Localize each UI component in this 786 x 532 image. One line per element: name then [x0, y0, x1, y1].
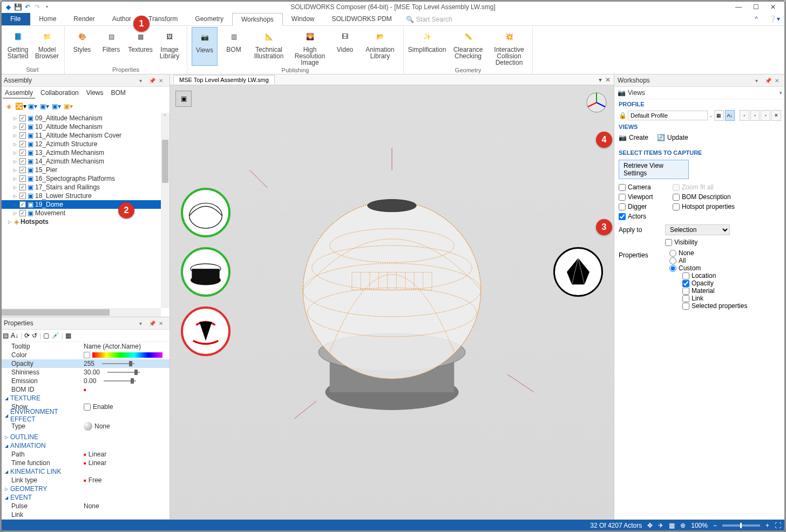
bomdesc-checkbox[interactable]: BOM Description: [673, 193, 781, 201]
tab-views[interactable]: Views: [84, 88, 106, 99]
viewport-tool-icon[interactable]: ▣: [175, 91, 192, 107]
tree-row[interactable]: ▷ ✓ ▣ 14_Azimuth Mechanism: [1, 157, 170, 166]
visibility-checkbox[interactable]: ✓: [19, 149, 26, 156]
ws-pin-icon[interactable]: 📌: [765, 78, 773, 84]
search-box[interactable]: 🔍 Start Search: [406, 13, 452, 25]
assembly-tree[interactable]: ▷ ✓ ▣ 09_Altitude Mechanism▷ ✓ ▣ 10_Alti…: [1, 113, 170, 317]
expand-icon[interactable]: ▷: [13, 185, 18, 190]
props-options-icon[interactable]: ▾: [139, 320, 147, 326]
color-spectrum[interactable]: [92, 352, 162, 358]
visibility-checkbox[interactable]: ✓: [19, 175, 26, 182]
visibility-checkbox[interactable]: Visibility: [665, 238, 781, 246]
redo-icon[interactable]: ↷: [33, 3, 42, 11]
digger-checkbox[interactable]: Digger: [619, 203, 667, 210]
refresh-icon[interactable]: ⟳: [24, 332, 30, 339]
visibility-checkbox[interactable]: ✓: [19, 158, 26, 165]
status-zoom[interactable]: 100%: [691, 522, 708, 529]
expand-icon[interactable]: ▷: [13, 116, 18, 121]
cat-icon[interactable]: ▤: [3, 332, 9, 339]
material-checkbox[interactable]: Material: [669, 287, 781, 295]
expand-icon[interactable]: ▷: [13, 159, 18, 164]
high-res-image-button[interactable]: 🌄High Resolution Image: [291, 27, 329, 66]
bom-button[interactable]: ▥BOM: [221, 27, 247, 66]
viewport-checkbox[interactable]: Viewport: [619, 193, 667, 201]
tree-row[interactable]: ▷ ✓ ▣ 17_Stairs and Railings: [1, 183, 170, 192]
selprops-checkbox[interactable]: Selected properties: [669, 302, 781, 310]
visibility-checkbox[interactable]: ✓: [19, 210, 26, 216]
expand-icon[interactable]: ▷: [13, 176, 18, 181]
profile-input[interactable]: [628, 111, 708, 120]
view-thumb-structure[interactable]: [553, 247, 603, 297]
radio-custom[interactable]: Custom: [669, 264, 781, 272]
applyto-select[interactable]: Selection: [665, 224, 730, 235]
tree-row[interactable]: ▷ ✓ ▣ 10_Altitude Mechanism: [1, 122, 170, 131]
visibility-checkbox[interactable]: ✓: [19, 115, 26, 121]
getting-started-button[interactable]: 📘Getting Started: [5, 27, 31, 65]
help-icon[interactable]: ❔▾: [763, 13, 785, 25]
expand-icon[interactable]: ▷: [13, 142, 18, 147]
zoom-slider[interactable]: [722, 524, 760, 527]
expand-icon[interactable]: ▷: [8, 220, 12, 224]
status-fit-icon[interactable]: ⛶: [775, 522, 781, 529]
tree-row[interactable]: ▷ ✓ ▣ 09_Altitude Mechanism: [1, 114, 170, 122]
model-browser-button[interactable]: 📁Model Browser: [34, 27, 60, 65]
panel-options-icon[interactable]: ▾: [139, 78, 147, 84]
status-zoomout-icon[interactable]: −: [713, 522, 717, 529]
clearance-checking-button[interactable]: 📏Clearance Checking: [449, 27, 487, 66]
profile-sort-icon[interactable]: A↓: [725, 110, 735, 121]
profile-save-icon[interactable]: ▫: [761, 110, 770, 121]
3d-viewport[interactable]: ▣: [170, 85, 614, 531]
eyedrop-icon[interactable]: 💉: [51, 332, 59, 339]
tree-row[interactable]: ▷ ✓ ▣ 11_Altitude Mechanism Cover: [1, 131, 170, 140]
expand-icon[interactable]: ▷: [13, 151, 18, 155]
radio-none[interactable]: None: [669, 249, 781, 257]
location-checkbox[interactable]: Location: [669, 272, 781, 279]
ws-options-icon[interactable]: ▾: [755, 78, 763, 84]
doc-tab[interactable]: MSE Top Level Assembly LW.smg: [173, 75, 275, 84]
view-thumb-dome[interactable]: [181, 188, 231, 237]
hotspot-checkbox[interactable]: Hotspot properties: [673, 203, 781, 210]
tree-icon[interactable]: ◈: [4, 101, 13, 111]
status-zoomin-icon[interactable]: +: [765, 522, 769, 529]
textures-button[interactable]: ▦Textures: [127, 27, 153, 65]
expand-icon[interactable]: ▷: [13, 211, 18, 216]
profile-copy-icon[interactable]: ▫: [750, 110, 760, 121]
radio-all[interactable]: All: [669, 257, 781, 264]
undo-icon[interactable]: ↶: [23, 3, 32, 11]
doc-close-icon[interactable]: ✕: [605, 76, 611, 84]
update-view-button[interactable]: 🔄Update: [657, 134, 688, 141]
view-thumb-rotate[interactable]: [181, 306, 231, 356]
hotspots-label[interactable]: Hotspots: [21, 218, 49, 226]
visibility-checkbox[interactable]: ✓: [19, 167, 26, 173]
menu-home[interactable]: Home: [30, 13, 65, 25]
hierarchy-icon[interactable]: 🔀▾: [16, 101, 25, 111]
cube2-icon[interactable]: ▣▾: [39, 101, 49, 111]
status-plane-icon[interactable]: ✈: [658, 522, 663, 529]
tree-row[interactable]: ▷ ✓ ▣ 19_Dome: [1, 200, 170, 209]
menu-window[interactable]: Window: [283, 13, 323, 25]
menu-geometry[interactable]: Geometry: [186, 13, 232, 25]
view-thumb-base[interactable]: [181, 247, 231, 297]
az-icon[interactable]: A↓: [11, 332, 18, 339]
sync-icon[interactable]: ↺: [32, 332, 37, 339]
visibility-checkbox[interactable]: ✓: [19, 132, 26, 139]
visibility-checkbox[interactable]: ✓: [19, 124, 26, 130]
visibility-checkbox[interactable]: ✓: [19, 193, 26, 199]
ws-dropdown-icon[interactable]: ▾: [780, 90, 782, 96]
profile-grid-icon[interactable]: ▦: [714, 110, 724, 121]
profile-new-icon[interactable]: ▫: [740, 110, 749, 121]
actors-checkbox[interactable]: Actors: [619, 213, 667, 220]
expand-icon[interactable]: ▷: [13, 133, 18, 138]
tab-assembly[interactable]: Assembly: [3, 88, 35, 99]
file-menu[interactable]: File: [1, 13, 30, 25]
video-button[interactable]: 🎞Video: [332, 27, 358, 66]
cube4-icon[interactable]: ▣▾: [63, 101, 73, 111]
doc-dropdown-icon[interactable]: ▾: [599, 76, 602, 84]
animation-library-button[interactable]: 📂Animation Library: [361, 27, 399, 66]
tree-row[interactable]: ▷ ✓ ▣ Movement: [1, 209, 170, 217]
camera-checkbox[interactable]: Camera: [619, 183, 667, 191]
tree-row[interactable]: ▷ ✓ ▣ 12_Azimuth Structure: [1, 140, 170, 148]
status-cursor-icon[interactable]: ✥: [647, 522, 653, 529]
qat-dropdown-icon[interactable]: ▾: [43, 3, 51, 11]
props-close-icon[interactable]: ✕: [159, 320, 166, 326]
